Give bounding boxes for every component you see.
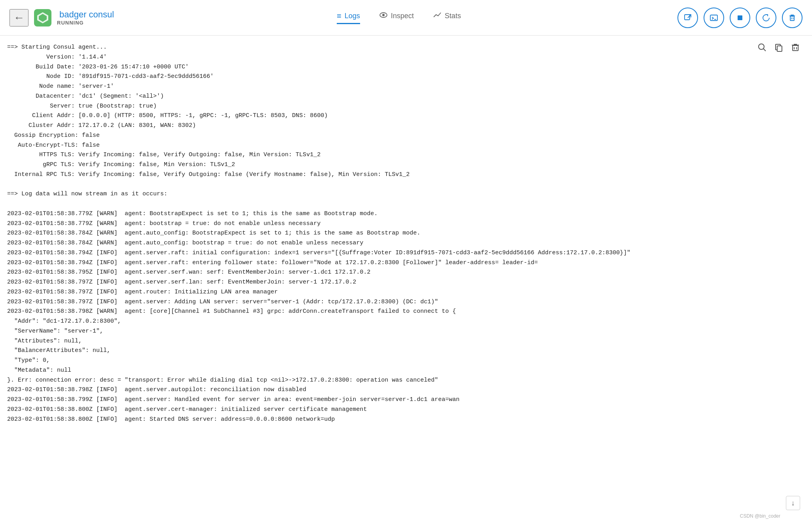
delete-button[interactable]	[782, 8, 803, 28]
action-buttons	[677, 8, 803, 28]
svg-point-13	[759, 44, 764, 49]
header-left: ← badgerconsul RUNNING	[9, 9, 120, 26]
back-button[interactable]: ←	[9, 9, 28, 26]
tab-inspect[interactable]: Inspect	[379, 11, 414, 25]
log-copy-button[interactable]	[774, 43, 784, 52]
tab-logs-label: Logs	[345, 12, 360, 20]
service-status-badge: RUNNING	[57, 20, 114, 26]
log-content: ==> Starting Consul agent... Version: '1…	[0, 36, 812, 522]
scroll-down-button[interactable]: ↓	[786, 496, 800, 510]
svg-rect-10	[790, 16, 794, 21]
chart-icon	[433, 11, 442, 19]
restart-icon	[762, 13, 770, 22]
service-info: badgerconsul RUNNING	[57, 9, 114, 26]
terminal-button[interactable]	[704, 8, 724, 28]
copy-icon	[774, 43, 784, 52]
svg-rect-15	[777, 46, 782, 51]
service-link-text[interactable]: consul	[89, 9, 114, 19]
svg-rect-16	[793, 45, 798, 51]
tab-logs[interactable]: ≡ Logs	[337, 11, 360, 24]
service-name-text: badger	[59, 9, 87, 19]
header: ← badgerconsul RUNNING ≡ Logs Inspect	[0, 0, 812, 36]
service-logo-icon	[34, 9, 51, 26]
open-external-button[interactable]	[677, 8, 698, 28]
log-container: ==> Starting Consul agent... Version: '1…	[0, 36, 812, 522]
eye-icon	[379, 11, 388, 19]
nav-tabs: ≡ Logs Inspect Stats	[120, 11, 677, 25]
stats-icon	[433, 11, 442, 21]
open-external-icon	[683, 13, 692, 22]
svg-rect-5	[685, 15, 690, 20]
logs-icon: ≡	[337, 11, 341, 21]
restart-button[interactable]	[756, 8, 776, 28]
svg-rect-7	[710, 15, 717, 21]
svg-line-14	[764, 49, 766, 51]
svg-point-4	[382, 14, 385, 16]
scroll-down-icon: ↓	[791, 499, 795, 507]
log-search-button[interactable]	[757, 43, 767, 52]
stop-icon	[736, 13, 744, 22]
delete-icon	[788, 13, 797, 22]
stop-button[interactable]	[730, 8, 750, 28]
svg-rect-9	[738, 15, 742, 20]
terminal-icon	[710, 13, 718, 22]
search-icon	[757, 43, 767, 52]
service-name: badgerconsul	[57, 9, 114, 20]
watermark: CSDN @bin_coder	[740, 513, 780, 519]
log-toolbar	[757, 43, 800, 52]
trash-icon	[791, 43, 800, 52]
tab-stats[interactable]: Stats	[433, 11, 461, 25]
tab-inspect-label: Inspect	[391, 12, 414, 20]
log-clear-button[interactable]	[791, 43, 800, 52]
inspect-icon	[379, 11, 388, 21]
tab-stats-label: Stats	[445, 12, 461, 20]
